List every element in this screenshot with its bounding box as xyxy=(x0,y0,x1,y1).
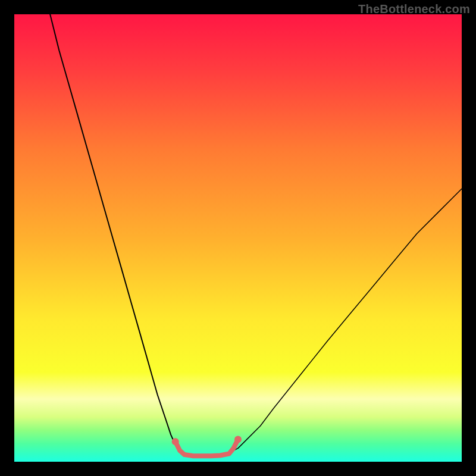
series-valley-floor xyxy=(176,439,238,456)
valley-endpoint-dot xyxy=(172,438,179,445)
series-right-branch xyxy=(229,189,462,453)
plot-area xyxy=(14,14,462,462)
valley-endpoint-dot xyxy=(234,436,242,443)
watermark-text: TheBottleneck.com xyxy=(358,2,470,16)
chart-container: TheBottleneck.com xyxy=(0,0,476,476)
curve-layer xyxy=(14,14,462,462)
series-left-branch xyxy=(50,14,184,453)
